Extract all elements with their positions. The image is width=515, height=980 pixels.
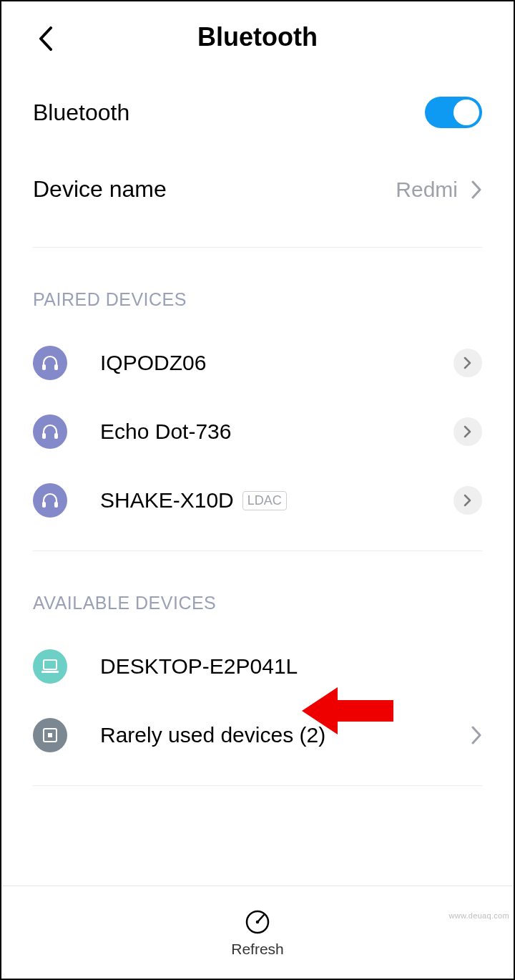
device-name-text: SHAKE-X10D <box>100 488 234 513</box>
refresh-button[interactable]: Refresh <box>231 908 284 958</box>
svg-rect-6 <box>44 660 57 669</box>
annotation-arrow <box>302 683 395 739</box>
paired-device-row[interactable]: IQPODZ06 <box>1 329 514 397</box>
device-name-value: Redmi <box>396 178 458 202</box>
chevron-right-icon <box>471 180 482 199</box>
device-settings-button[interactable] <box>453 486 482 515</box>
bluetooth-label: Bluetooth <box>33 100 425 126</box>
bluetooth-toggle-row[interactable]: Bluetooth <box>1 73 514 152</box>
svg-rect-2 <box>42 433 46 439</box>
chevron-right-icon <box>464 425 472 438</box>
svg-marker-10 <box>302 687 393 734</box>
device-name: DESKTOP-E2P041L <box>100 654 482 679</box>
header: Bluetooth <box>1 1 514 73</box>
refresh-label: Refresh <box>231 941 284 958</box>
chevron-left-icon <box>38 26 54 51</box>
footer: Refresh <box>1 886 514 979</box>
chevron-right-icon <box>464 494 472 507</box>
back-button[interactable] <box>31 24 60 53</box>
svg-rect-5 <box>54 502 58 508</box>
device-name: Echo Dot-736 <box>100 419 453 444</box>
paired-device-row[interactable]: SHAKE-X10D LDAC <box>1 466 514 535</box>
svg-rect-1 <box>54 364 58 370</box>
device-settings-button[interactable] <box>453 349 482 377</box>
refresh-icon <box>243 908 272 936</box>
svg-rect-9 <box>48 733 52 737</box>
device-name: IQPODZ06 <box>100 351 453 375</box>
divider <box>33 785 482 786</box>
page-title: Bluetooth <box>197 22 318 52</box>
available-devices-title: AVAILABLE DEVICES <box>1 551 514 632</box>
generic-device-icon <box>33 718 67 752</box>
toggle-knob <box>453 100 479 125</box>
svg-rect-7 <box>41 671 59 673</box>
headphones-icon <box>33 346 67 380</box>
device-name: SHAKE-X10D LDAC <box>100 488 453 513</box>
device-name-row[interactable]: Device name Redmi <box>1 152 514 227</box>
svg-rect-3 <box>54 433 58 439</box>
watermark: www.deuaq.com <box>448 911 509 920</box>
device-name-label: Device name <box>33 176 396 203</box>
headphones-icon <box>33 414 67 449</box>
rarely-used-label: Rarely used devices (2) <box>100 723 471 747</box>
svg-rect-4 <box>42 502 46 508</box>
laptop-icon <box>33 649 67 684</box>
bluetooth-toggle[interactable] <box>425 97 482 128</box>
chevron-right-icon <box>464 356 472 369</box>
rarely-used-row[interactable]: Rarely used devices (2) <box>1 701 514 770</box>
device-settings-button[interactable] <box>453 417 482 446</box>
paired-device-row[interactable]: Echo Dot-736 <box>1 397 514 466</box>
chevron-right-icon <box>471 726 482 744</box>
svg-rect-0 <box>42 364 46 370</box>
headphones-icon <box>33 483 67 518</box>
svg-point-13 <box>256 920 260 923</box>
available-device-row[interactable]: DESKTOP-E2P041L <box>1 632 514 701</box>
paired-devices-title: PAIRED DEVICES <box>1 248 514 329</box>
codec-badge: LDAC <box>242 491 287 510</box>
